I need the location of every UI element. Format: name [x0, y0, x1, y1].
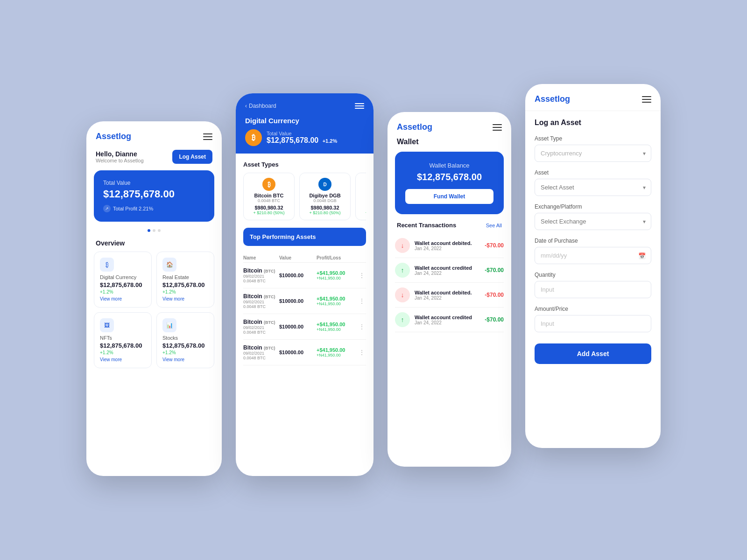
- asset-change-re: +1.2%: [162, 289, 208, 294]
- row1-more-icon[interactable]: ⋮: [359, 272, 366, 279]
- view-more-nft[interactable]: View more: [100, 357, 146, 362]
- total-value-2: $12,875,678.00 +1.2%: [267, 136, 337, 145]
- row1-profit: +$41,950.00 +N41,950.00: [317, 270, 359, 280]
- see-all-link[interactable]: See All: [486, 223, 502, 228]
- tx-credit-icon-4: ↑: [395, 312, 410, 327]
- phone2-header: ‹ Dashboard Digital Currency ₿ Total Val…: [236, 93, 374, 154]
- col-value: Value: [279, 255, 317, 260]
- row3-profit: +$41,950.00 +N41,950.00: [317, 322, 359, 332]
- asset-type-select-wrapper: Cryptocurrency ▾: [535, 145, 651, 162]
- total-box-2: ₿ Total Value $12,875,678.00 +1.2%: [245, 129, 364, 154]
- tx-info-3: Wallet account debited. Jan 24, 2022: [415, 290, 480, 301]
- asset-name-dc: Digital Currency: [100, 274, 146, 280]
- tx-debit-icon-1: ↓: [395, 238, 410, 253]
- amount-label: Amount/Price: [535, 306, 651, 312]
- amount-input[interactable]: [535, 315, 651, 332]
- transaction-list: ↓ Wallet account debited. Jan 24, 2022 -…: [388, 233, 511, 332]
- greeting-welcome: Welcome to Assetlog: [96, 158, 144, 163]
- nft-icon: 🖼: [100, 318, 114, 332]
- dot-inactive-2: [158, 229, 161, 232]
- tx-date-3: Jan 24, 2022: [415, 295, 480, 301]
- row4-value: $10000.00: [279, 350, 317, 355]
- row4-more-icon[interactable]: ⋮: [359, 349, 366, 356]
- asset-change-stocks: +1.2%: [162, 350, 208, 355]
- add-asset-button[interactable]: Add Asset: [535, 343, 651, 364]
- asset-value-re: $12,875,678.00: [162, 281, 208, 288]
- table-row: Bitcoin (BTC) 09/02/2021 0.0048 BTC $100…: [243, 288, 366, 314]
- asset-select[interactable]: [535, 179, 651, 196]
- view-more-re[interactable]: View more: [162, 296, 208, 301]
- dgb-name: Digibye DGB: [304, 193, 345, 198]
- asset-value-nft: $12,875,678.00: [100, 342, 146, 349]
- asset-value-dc: $12,875,678.00: [100, 281, 146, 288]
- overview-title: Overview: [86, 239, 222, 252]
- btc-icon: ₿: [262, 178, 275, 191]
- phone3-header: Assetlog: [388, 112, 511, 138]
- recent-transactions-header: Recent Transactions See All: [388, 222, 511, 233]
- exchange-select[interactable]: [535, 213, 651, 230]
- asset-value-stocks: $12,875,678.00: [162, 342, 208, 349]
- date-input-wrapper: 📅: [535, 247, 651, 264]
- app-logo-4: Assetlog: [535, 94, 570, 104]
- asset-label: Asset: [535, 169, 651, 176]
- wallet-balance-label: Wallet Balance: [405, 162, 493, 169]
- log-asset-button-1[interactable]: Log Asset: [172, 150, 212, 164]
- top-performing-header: Top Performing Assets: [243, 228, 366, 246]
- menu-icon-2[interactable]: [355, 103, 364, 109]
- table-row: Bitcoin (BTC) 09/02/2021 0.0048 BTC $100…: [243, 314, 366, 340]
- exchange-label: Exchange/Platform: [535, 203, 651, 210]
- tx-item-2: ↑ Wallet account credited Jan 24, 2022 -…: [395, 258, 504, 283]
- profit-label-1: Total Profit 2.21%: [113, 206, 153, 211]
- eth-value: $980,980.32: [360, 205, 366, 210]
- dgb-change: + $210.80 (50%): [304, 210, 345, 215]
- calendar-icon: 📅: [638, 252, 646, 259]
- col-profit: Profit/Loss: [317, 255, 359, 260]
- menu-icon-4[interactable]: [642, 96, 651, 103]
- fund-wallet-button[interactable]: Fund Wallet: [405, 189, 493, 204]
- phone2-header-top: ‹ Dashboard: [245, 103, 364, 109]
- row3-more-icon[interactable]: ⋮: [359, 323, 366, 330]
- menu-icon-3[interactable]: [493, 124, 502, 131]
- tx-credit-icon-2: ↑: [395, 263, 410, 278]
- asset-change-dc: +1.2%: [100, 289, 146, 294]
- app-logo-1: Assetlog: [96, 132, 131, 141]
- back-chevron-icon: ‹: [245, 103, 247, 109]
- row2-profit: +$41,950.00 +N41,950.00: [317, 296, 359, 306]
- date-input[interactable]: [535, 247, 651, 264]
- asset-item-stocks: 📊 Stocks $12,875,678.00 +1.2% View more: [156, 312, 214, 368]
- btc-name: Bitcoin BTC: [248, 193, 289, 198]
- row2-more-icon[interactable]: ⋮: [359, 297, 366, 305]
- total-label-1: Total Value: [103, 180, 205, 186]
- row4-profit: +$41,950.00 +N41,950.00: [317, 347, 359, 357]
- tx-item-4: ↑ Wallet account credited Jan 24, 2022 -…: [395, 308, 504, 332]
- date-label: Date of Purchase: [535, 238, 651, 244]
- btc-value: $980,980.32: [248, 205, 289, 210]
- app-logo-3: Assetlog: [397, 122, 432, 132]
- phone-wallet: Assetlog Wallet Wallet Balance $12,875,6…: [388, 112, 511, 467]
- asset-select-wrapper: ▾: [535, 179, 651, 196]
- tx-desc-3: Wallet account debited.: [415, 290, 480, 295]
- view-more-dc[interactable]: View more: [100, 296, 146, 301]
- phone-digital-currency: ‹ Dashboard Digital Currency ₿ Total Val…: [236, 93, 374, 476]
- menu-icon-1[interactable]: [203, 133, 212, 140]
- log-asset-form: Log an Asset Asset Type Cryptocurrency ▾…: [525, 111, 661, 371]
- tx-desc-1: Wallet account debited.: [415, 240, 480, 246]
- total-label-2: Total Value: [267, 131, 337, 136]
- back-button[interactable]: ‹ Dashboard: [245, 103, 276, 109]
- quantity-input[interactable]: [535, 281, 651, 298]
- total-info-2: Total Value $12,875,678.00 +1.2%: [267, 131, 337, 145]
- tx-date-4: Jan 24, 2022: [415, 320, 480, 325]
- asset-types-scroll: ₿ Bitcoin BTC 0.0048 BTC $980,980.32 + $…: [243, 173, 366, 220]
- amount-group: Amount/Price: [535, 306, 651, 332]
- quantity-group: Quantity: [535, 272, 651, 298]
- row3-name: Bitcoin (BTC) 09/02/2021 0.0048 BTC: [243, 319, 279, 335]
- tx-amount-3: -$70.00: [485, 292, 504, 298]
- form-title: Log an Asset: [535, 119, 651, 127]
- tx-debit-icon-3: ↓: [395, 287, 410, 302]
- view-more-stocks[interactable]: View more: [162, 357, 208, 362]
- profit-section-1: ↗ Total Profit 2.21%: [103, 205, 205, 212]
- asset-types-title-2: Asset Types: [243, 161, 366, 168]
- back-label: Dashboard: [249, 103, 276, 109]
- recent-transactions-title: Recent Transactions: [397, 222, 456, 229]
- asset-type-select[interactable]: Cryptocurrency: [535, 145, 651, 162]
